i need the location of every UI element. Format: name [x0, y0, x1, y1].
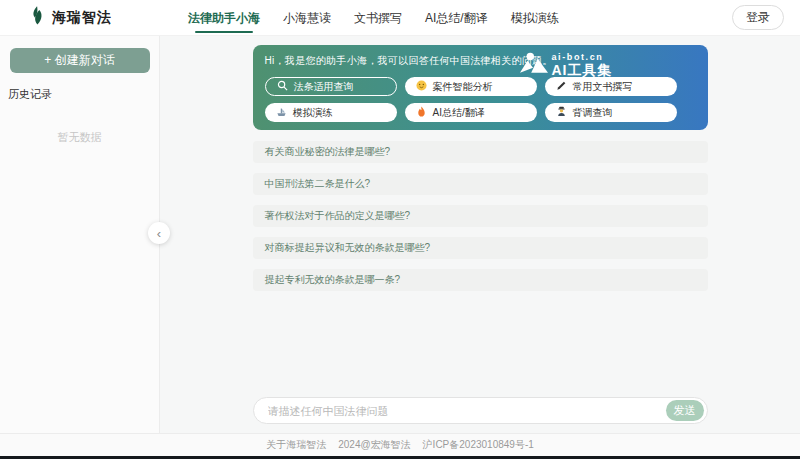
assistant-greeting: Hi，我是您的助手小海，我可以回答任何中国法律相关的问题。: [265, 54, 696, 68]
login-button[interactable]: 登录: [732, 5, 784, 30]
suggested-question[interactable]: 中国刑法第二条是什么?: [253, 173, 708, 195]
footer-icp-link[interactable]: 沪ICP备2023010849号-1: [423, 438, 534, 452]
quick-action-doc-writing[interactable]: 常用文书撰写: [545, 77, 677, 96]
history-label: 历史记录: [8, 87, 159, 102]
welcome-banner: Hi，我是您的助手小海，我可以回答任何中国法律相关的问题。 ai-bot.cn …: [253, 45, 708, 130]
nav-tab-legal-assistant[interactable]: 法律助手小海: [186, 0, 262, 36]
main-area: Hi，我是您的助手小海，我可以回答任何中国法律相关的问题。 ai-bot.cn …: [160, 36, 800, 433]
quick-action-grid: 法条适用查询 案件智能分析: [265, 77, 696, 122]
message-composer: 发送: [253, 397, 708, 424]
pencil-icon: [556, 80, 567, 93]
new-chat-button[interactable]: + 创建新对话: [10, 48, 150, 73]
suggested-questions: 有关商业秘密的法律是哪些? 中国刑法第二条是什么? 著作权法对于作品的定义是哪些…: [253, 141, 708, 291]
quick-action-background-check[interactable]: 背调查询: [545, 103, 677, 122]
quick-action-case-analysis[interactable]: 案件智能分析: [405, 77, 537, 96]
suggested-question[interactable]: 有关商业秘密的法律是哪些?: [253, 141, 708, 163]
footer-copyright: 2024@宏海智法: [338, 438, 410, 452]
page-footer: 关于海瑞智法 2024@宏海智法 沪ICP备2023010849号-1: [0, 433, 800, 456]
main-nav: 法律助手小海 小海慧读 文书撰写 AI总结/翻译 模拟演练: [186, 0, 561, 36]
detective-icon: [556, 106, 567, 119]
suggested-question[interactable]: 对商标提起异议和无效的条款是哪些?: [253, 237, 708, 259]
leaf-logo-icon: [30, 6, 45, 29]
watermark-name-text: AI工具集: [552, 63, 613, 78]
footer-about-link[interactable]: 关于海瑞智法: [266, 438, 326, 452]
send-button[interactable]: 发送: [666, 400, 704, 421]
suggested-question[interactable]: 著作权法对于作品的定义是哪些?: [253, 205, 708, 227]
brand-logo[interactable]: 海瑞智法: [30, 6, 162, 29]
top-navbar: 海瑞智法 法律助手小海 小海慧读 文书撰写 AI总结/翻译 模拟演练 登录: [0, 0, 800, 36]
sidebar-collapse-button[interactable]: ‹: [148, 222, 170, 244]
magnifier-icon: [277, 80, 288, 93]
ai-bot-watermark: ai-bot.cn AI工具集: [520, 52, 613, 79]
flame-icon: [416, 106, 427, 119]
question-input[interactable]: [254, 405, 666, 417]
nav-tab-document-writing[interactable]: 文书撰写: [352, 0, 404, 36]
body-area: + 创建新对话 历史记录 暂无数据 ‹ Hi，我是您的助手小海，我可以回答任何中…: [0, 36, 800, 433]
quick-action-mock-practice[interactable]: 模拟演练: [265, 103, 397, 122]
suggested-question[interactable]: 提起专利无效的条款是哪一条?: [253, 269, 708, 291]
chevron-left-icon: ‹: [157, 227, 161, 240]
smiley-icon: [416, 80, 427, 93]
chat-content: Hi，我是您的助手小海，我可以回答任何中国法律相关的问题。 ai-bot.cn …: [253, 36, 708, 433]
ai-bot-logo-icon: [520, 52, 548, 79]
history-empty-text: 暂无数据: [0, 130, 159, 145]
conversation-sidebar: + 创建新对话 历史记录 暂无数据 ‹: [0, 36, 160, 433]
nav-tab-mock-practice[interactable]: 模拟演练: [509, 0, 561, 36]
quick-action-ai-summary[interactable]: AI总结/翻译: [405, 103, 537, 122]
quick-action-law-search[interactable]: 法条适用查询: [265, 77, 397, 96]
app-window: 海瑞智法 法律助手小海 小海慧读 文书撰写 AI总结/翻译 模拟演练 登录 + …: [0, 0, 800, 459]
ship-icon: [276, 106, 287, 119]
nav-tab-smart-reading[interactable]: 小海慧读: [281, 0, 333, 36]
nav-tab-ai-summary[interactable]: AI总结/翻译: [423, 0, 490, 36]
brand-name: 海瑞智法: [52, 9, 112, 27]
